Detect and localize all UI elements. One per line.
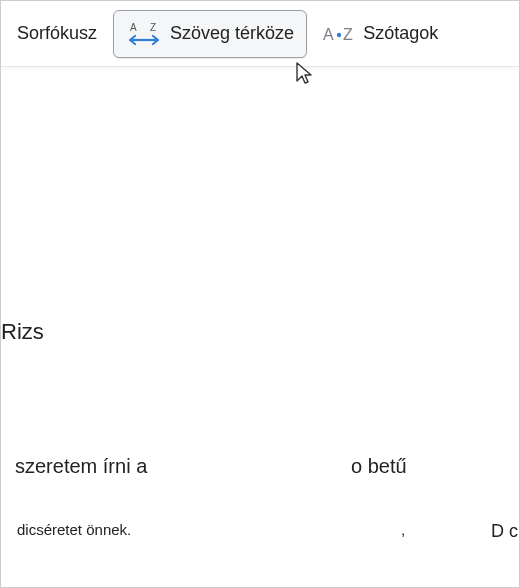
text-spacing-label: Szöveg térköze bbox=[170, 23, 294, 44]
line-focus-label: Sorfókusz bbox=[17, 23, 97, 44]
line-focus-button[interactable]: Sorfókusz bbox=[5, 13, 109, 54]
syllables-icon: A Z bbox=[323, 21, 355, 47]
text-rizs: Rizs bbox=[1, 319, 44, 345]
content-area: Rizs szeretem írni a o betű dicséretet ö… bbox=[1, 67, 519, 587]
svg-text:A: A bbox=[323, 26, 334, 43]
syllables-button[interactable]: A Z Szótagok bbox=[311, 11, 450, 57]
svg-point-4 bbox=[337, 32, 341, 36]
text-obetu: o betű bbox=[351, 455, 407, 478]
text-szeretem: szeretem írni a bbox=[15, 455, 147, 478]
svg-text:A: A bbox=[130, 22, 137, 33]
toolbar: Sorfókusz A Z Szöveg térköze A Z Szótago… bbox=[1, 1, 519, 67]
svg-text:Z: Z bbox=[150, 22, 156, 33]
svg-text:Z: Z bbox=[343, 26, 353, 43]
text-comma: , bbox=[401, 521, 405, 538]
text-dc: D c bbox=[491, 521, 518, 542]
text-dicseret: dicséretet önnek. bbox=[17, 521, 131, 538]
text-spacing-button[interactable]: A Z Szöveg térköze bbox=[113, 10, 307, 58]
text-spacing-icon: A Z bbox=[126, 21, 162, 47]
syllables-label: Szótagok bbox=[363, 23, 438, 44]
